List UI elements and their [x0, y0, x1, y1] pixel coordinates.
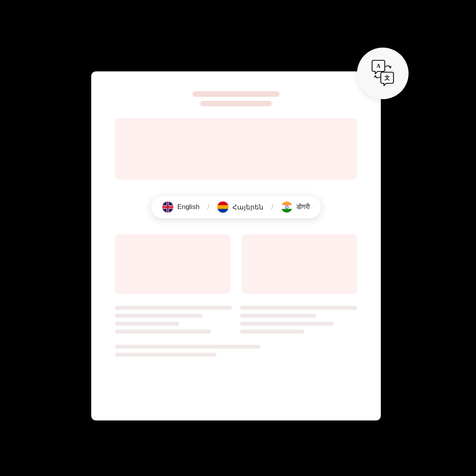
page-card: English /	[91, 71, 381, 420]
lang-item-dogri[interactable]: डोगरी	[281, 202, 310, 213]
svg-rect-9	[281, 202, 292, 205]
sk-line-r1	[240, 306, 357, 310]
content-block-right	[242, 234, 357, 294]
svg-point-13	[286, 207, 287, 207]
text-skeletons	[115, 306, 357, 334]
svg-rect-5	[217, 205, 228, 209]
lang-item-armenian[interactable]: Հայերեն	[217, 202, 263, 213]
svg-rect-11	[281, 209, 292, 213]
scene: English /	[60, 40, 416, 436]
sk-wide-2	[115, 353, 217, 357]
text-col-left	[115, 306, 232, 334]
flag-gb	[162, 202, 173, 213]
title-skeleton	[115, 91, 357, 106]
lang-label-dogri: डोगरी	[296, 203, 310, 211]
bottom-skeletons	[115, 345, 357, 357]
svg-rect-4	[217, 202, 228, 205]
divider-2: /	[271, 203, 273, 211]
lang-label-armenian: Հայերեն	[232, 203, 263, 211]
translate-bubble: A 文	[357, 48, 409, 99]
language-switcher[interactable]: English /	[151, 196, 321, 219]
sk-wide-1	[115, 345, 260, 349]
sk-line-l1	[115, 306, 232, 310]
sk-line-l3	[115, 322, 179, 326]
lang-item-english[interactable]: English	[162, 202, 200, 213]
divider-1: /	[207, 203, 209, 211]
svg-text:文: 文	[384, 75, 390, 81]
skeleton-line-1	[192, 91, 280, 97]
translate-icon: A 文	[369, 59, 397, 88]
skeleton-line-2	[200, 101, 272, 106]
svg-text:A: A	[376, 63, 381, 69]
sk-line-l4	[115, 330, 211, 334]
sk-line-r2	[240, 314, 316, 318]
text-col-right	[240, 306, 357, 334]
content-block-left	[115, 234, 230, 294]
sk-line-l2	[115, 314, 203, 318]
sk-line-r3	[240, 322, 334, 326]
lang-label-english: English	[177, 203, 200, 211]
flag-am	[217, 202, 228, 213]
two-col-blocks	[115, 234, 357, 294]
svg-rect-6	[217, 209, 228, 213]
flag-in	[281, 202, 292, 213]
content-block-main	[115, 118, 357, 180]
sk-line-r4	[240, 330, 304, 334]
